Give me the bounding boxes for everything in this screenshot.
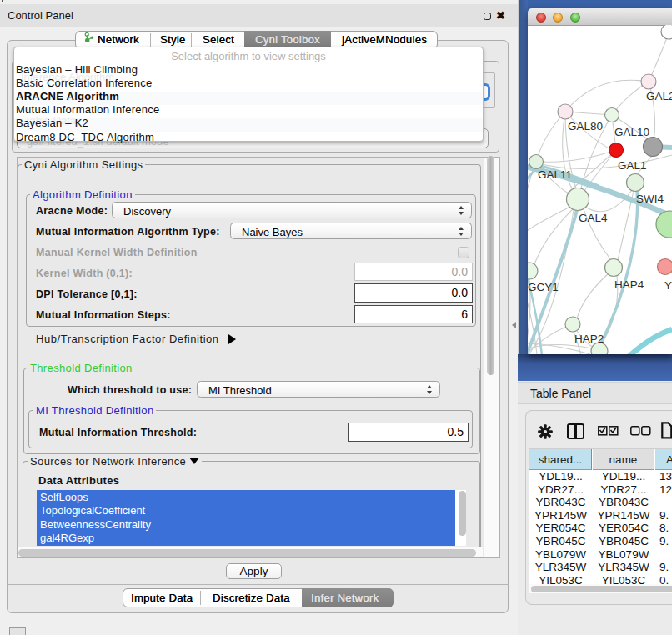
svg-text:GAL1: GAL1 [618, 159, 647, 172]
svg-text:GAL11: GAL11 [538, 168, 572, 181]
svg-text:GAL4: GAL4 [579, 212, 608, 224]
svg-text:YM: YM [664, 279, 672, 292]
svg-text:GAL2: GAL2 [646, 90, 672, 102]
svg-text:GAL10: GAL10 [614, 126, 649, 138]
svg-text:SWI4: SWI4 [636, 192, 664, 205]
svg-text:GAL80: GAL80 [568, 120, 603, 132]
svg-text:GCY1: GCY1 [528, 281, 559, 293]
svg-text:HAP4: HAP4 [614, 278, 644, 291]
svg-text:HAP2: HAP2 [574, 332, 604, 345]
